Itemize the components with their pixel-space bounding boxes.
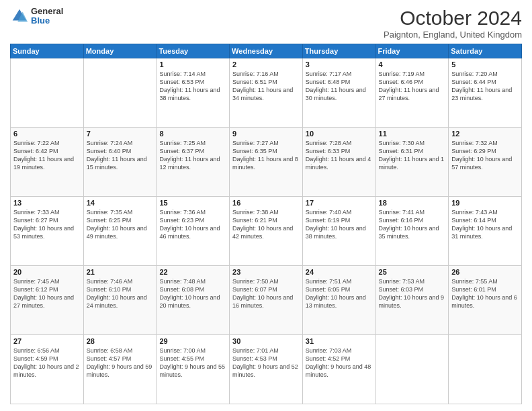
day-info: Sunrise: 6:58 AM Sunset: 4:57 PM Dayligh… <box>87 347 154 379</box>
calendar-cell: 5Sunrise: 7:20 AM Sunset: 6:44 PM Daylig… <box>449 58 522 128</box>
calendar-subtitle: Paignton, England, United Kingdom <box>384 30 522 40</box>
day-info: Sunrise: 7:51 AM Sunset: 6:05 PM Dayligh… <box>306 277 373 310</box>
day-number: 15 <box>159 199 226 207</box>
day-info: Sunrise: 7:03 AM Sunset: 4:52 PM Dayligh… <box>306 347 373 379</box>
calendar-cell: 19Sunrise: 7:43 AM Sunset: 6:14 PM Dayli… <box>449 197 522 266</box>
day-number: 30 <box>232 337 300 345</box>
col-friday: Friday <box>375 44 449 58</box>
calendar-cell: 16Sunrise: 7:38 AM Sunset: 6:21 PM Dayli… <box>230 197 303 266</box>
day-number: 27 <box>13 337 81 345</box>
day-number: 11 <box>379 130 446 138</box>
calendar-table: Sunday Monday Tuesday Wednesday Thursday… <box>10 44 522 404</box>
calendar-cell: 25Sunrise: 7:53 AM Sunset: 6:03 PM Dayli… <box>375 266 449 335</box>
col-thursday: Thursday <box>302 44 375 58</box>
day-number: 29 <box>159 337 226 345</box>
day-info: Sunrise: 7:24 AM Sunset: 6:40 PM Dayligh… <box>87 139 154 172</box>
calendar-cell: 17Sunrise: 7:40 AM Sunset: 6:19 PM Dayli… <box>302 197 375 266</box>
day-info: Sunrise: 7:36 AM Sunset: 6:23 PM Dayligh… <box>159 208 226 241</box>
day-info: Sunrise: 7:33 AM Sunset: 6:27 PM Dayligh… <box>13 208 81 241</box>
calendar-cell <box>375 335 449 404</box>
day-info: Sunrise: 7:00 AM Sunset: 4:55 PM Dayligh… <box>159 347 226 379</box>
day-info: Sunrise: 7:43 AM Sunset: 6:14 PM Dayligh… <box>451 208 519 241</box>
day-number: 8 <box>159 130 226 138</box>
day-info: Sunrise: 7:38 AM Sunset: 6:21 PM Dayligh… <box>232 208 300 241</box>
day-info: Sunrise: 7:35 AM Sunset: 6:25 PM Dayligh… <box>87 208 154 241</box>
day-info: Sunrise: 7:46 AM Sunset: 6:10 PM Dayligh… <box>87 277 154 310</box>
day-number: 28 <box>87 337 154 345</box>
day-info: Sunrise: 7:17 AM Sunset: 6:48 PM Dayligh… <box>306 70 373 103</box>
day-number: 1 <box>159 60 226 68</box>
day-info: Sunrise: 7:16 AM Sunset: 6:51 PM Dayligh… <box>232 70 300 103</box>
day-info: Sunrise: 7:01 AM Sunset: 4:53 PM Dayligh… <box>232 347 300 379</box>
day-number: 20 <box>13 268 81 276</box>
logo: General Blue <box>10 7 63 26</box>
day-info: Sunrise: 7:20 AM Sunset: 6:44 PM Dayligh… <box>451 70 519 103</box>
day-number: 19 <box>451 199 519 207</box>
col-saturday: Saturday <box>449 44 522 58</box>
calendar-cell: 18Sunrise: 7:41 AM Sunset: 6:16 PM Dayli… <box>375 197 449 266</box>
calendar-cell: 3Sunrise: 7:17 AM Sunset: 6:48 PM Daylig… <box>302 58 375 128</box>
calendar-cell: 31Sunrise: 7:03 AM Sunset: 4:52 PM Dayli… <box>302 335 375 404</box>
logo-text: General Blue <box>31 7 63 26</box>
calendar-cell: 9Sunrise: 7:27 AM Sunset: 6:35 PM Daylig… <box>230 128 303 197</box>
calendar-cell <box>83 58 157 128</box>
header: General Blue October 2024 Paignton, Engl… <box>10 7 522 40</box>
day-info: Sunrise: 7:41 AM Sunset: 6:16 PM Dayligh… <box>379 208 446 241</box>
calendar-cell <box>449 335 522 404</box>
day-info: Sunrise: 7:48 AM Sunset: 6:08 PM Dayligh… <box>159 277 226 310</box>
col-monday: Monday <box>83 44 157 58</box>
col-sunday: Sunday <box>11 44 84 58</box>
day-number: 21 <box>87 268 154 276</box>
calendar-cell: 22Sunrise: 7:48 AM Sunset: 6:08 PM Dayli… <box>157 266 230 335</box>
col-wednesday: Wednesday <box>230 44 303 58</box>
day-info: Sunrise: 7:28 AM Sunset: 6:33 PM Dayligh… <box>306 139 373 172</box>
day-number: 26 <box>451 268 519 276</box>
day-info: Sunrise: 7:45 AM Sunset: 6:12 PM Dayligh… <box>13 277 81 310</box>
calendar-body: 1Sunrise: 7:14 AM Sunset: 6:53 PM Daylig… <box>11 58 522 404</box>
day-number: 14 <box>87 199 154 207</box>
calendar-cell: 30Sunrise: 7:01 AM Sunset: 4:53 PM Dayli… <box>230 335 303 404</box>
day-number: 16 <box>232 199 300 207</box>
calendar-week-2: 13Sunrise: 7:33 AM Sunset: 6:27 PM Dayli… <box>11 197 522 266</box>
calendar-cell: 10Sunrise: 7:28 AM Sunset: 6:33 PM Dayli… <box>302 128 375 197</box>
calendar-cell: 1Sunrise: 7:14 AM Sunset: 6:53 PM Daylig… <box>157 58 230 128</box>
day-number: 12 <box>451 130 519 138</box>
calendar-cell: 26Sunrise: 7:55 AM Sunset: 6:01 PM Dayli… <box>449 266 522 335</box>
calendar-cell: 20Sunrise: 7:45 AM Sunset: 6:12 PM Dayli… <box>11 266 84 335</box>
calendar-cell: 8Sunrise: 7:25 AM Sunset: 6:37 PM Daylig… <box>157 128 230 197</box>
calendar-week-3: 20Sunrise: 7:45 AM Sunset: 6:12 PM Dayli… <box>11 266 522 335</box>
day-info: Sunrise: 7:25 AM Sunset: 6:37 PM Dayligh… <box>159 139 226 172</box>
calendar-title: October 2024 <box>384 7 522 30</box>
calendar-cell: 23Sunrise: 7:50 AM Sunset: 6:07 PM Dayli… <box>230 266 303 335</box>
day-info: Sunrise: 7:55 AM Sunset: 6:01 PM Dayligh… <box>451 277 519 310</box>
logo-icon <box>10 7 29 26</box>
calendar-cell: 7Sunrise: 7:24 AM Sunset: 6:40 PM Daylig… <box>83 128 157 197</box>
col-tuesday: Tuesday <box>157 44 230 58</box>
day-number: 4 <box>379 60 446 68</box>
calendar-cell: 15Sunrise: 7:36 AM Sunset: 6:23 PM Dayli… <box>157 197 230 266</box>
day-info: Sunrise: 7:53 AM Sunset: 6:03 PM Dayligh… <box>379 277 446 310</box>
day-number: 9 <box>232 130 300 138</box>
day-number: 17 <box>306 199 373 207</box>
logo-general: General <box>31 7 63 16</box>
day-number: 31 <box>306 337 373 345</box>
calendar-cell: 24Sunrise: 7:51 AM Sunset: 6:05 PM Dayli… <box>302 266 375 335</box>
calendar-cell: 29Sunrise: 7:00 AM Sunset: 4:55 PM Dayli… <box>157 335 230 404</box>
day-number: 7 <box>87 130 154 138</box>
calendar-cell: 6Sunrise: 7:22 AM Sunset: 6:42 PM Daylig… <box>11 128 84 197</box>
day-number: 10 <box>306 130 373 138</box>
calendar-cell: 21Sunrise: 7:46 AM Sunset: 6:10 PM Dayli… <box>83 266 157 335</box>
calendar-cell: 11Sunrise: 7:30 AM Sunset: 6:31 PM Dayli… <box>375 128 449 197</box>
day-info: Sunrise: 7:22 AM Sunset: 6:42 PM Dayligh… <box>13 139 81 172</box>
logo-blue: Blue <box>31 16 63 26</box>
day-info: Sunrise: 7:32 AM Sunset: 6:29 PM Dayligh… <box>451 139 519 172</box>
day-number: 5 <box>451 60 519 68</box>
title-block: October 2024 Paignton, England, United K… <box>384 7 522 40</box>
calendar-cell: 2Sunrise: 7:16 AM Sunset: 6:51 PM Daylig… <box>230 58 303 128</box>
calendar-cell: 27Sunrise: 6:56 AM Sunset: 4:59 PM Dayli… <box>11 335 84 404</box>
day-info: Sunrise: 7:19 AM Sunset: 6:46 PM Dayligh… <box>379 70 446 103</box>
calendar-cell <box>11 58 84 128</box>
day-info: Sunrise: 6:56 AM Sunset: 4:59 PM Dayligh… <box>13 347 81 379</box>
calendar-cell: 4Sunrise: 7:19 AM Sunset: 6:46 PM Daylig… <box>375 58 449 128</box>
calendar-week-4: 27Sunrise: 6:56 AM Sunset: 4:59 PM Dayli… <box>11 335 522 404</box>
